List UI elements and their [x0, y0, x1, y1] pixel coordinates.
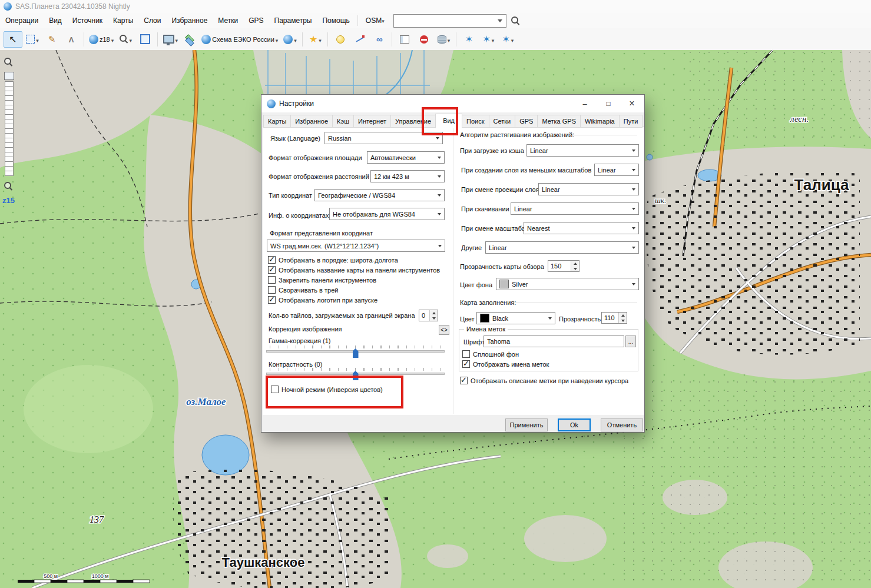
map-scheme-label: Схема ЕЭКО России — [212, 36, 274, 43]
tab-gps[interactable]: GPS — [515, 115, 538, 128]
coord-info-combobox[interactable]: Не отображать для WGS84 — [329, 208, 445, 220]
menu-item-help[interactable]: Помощь — [317, 13, 355, 28]
measure-tool-button[interactable] — [62, 31, 81, 48]
projection-resize-combobox[interactable]: Linear — [538, 183, 639, 195]
fill-opacity-spinner[interactable]: 110 — [601, 312, 627, 324]
fill-color-combobox[interactable]: Black — [476, 312, 555, 324]
tab-view[interactable]: Вид — [435, 114, 462, 128]
tab-grids[interactable]: Сетки — [489, 115, 516, 128]
image-correction-expand-button[interactable]: <> — [439, 325, 449, 335]
search-combobox[interactable] — [393, 14, 506, 28]
panels-button[interactable] — [395, 31, 414, 48]
tab-cache[interactable]: Кэш — [332, 115, 354, 128]
checkbox-minimize-tray[interactable]: Сворачивать в трей — [268, 286, 338, 294]
menu-item-maps[interactable]: Карты — [108, 13, 138, 28]
osm-dropdown[interactable]: OSM — [360, 13, 390, 28]
tab-maps[interactable]: Карты — [263, 115, 291, 128]
layer-resize-combobox[interactable]: Linear — [594, 164, 639, 176]
menu-item-layers[interactable]: Слои — [138, 13, 166, 28]
menu-item-operations[interactable]: Операции — [0, 13, 44, 28]
minimize-button[interactable] — [573, 95, 597, 112]
layers-globe-button[interactable] — [280, 31, 299, 48]
cache-resize-combobox[interactable]: Linear — [526, 144, 639, 157]
map-layers-button[interactable] — [180, 31, 199, 48]
zoom-level-label: z18 — [100, 36, 110, 43]
checkbox-map-name-toolbar[interactable]: Отображать название карты на панели инст… — [268, 266, 440, 274]
image-correction-label: Коррекция изображения — [269, 325, 342, 333]
gps-connect-button[interactable] — [459, 31, 478, 48]
search-icon[interactable] — [511, 16, 520, 25]
fullscreen-button[interactable] — [135, 31, 154, 48]
zoom-level-button[interactable]: z18 — [87, 31, 115, 48]
ruler-tool-button[interactable] — [42, 31, 61, 48]
distance-format-combobox[interactable]: 12 км 423 м — [370, 170, 445, 182]
cache-button[interactable] — [434, 31, 453, 48]
tab-wikimapia[interactable]: Wikimapia — [580, 115, 620, 128]
chevron-down-icon — [111, 34, 114, 45]
checkbox-show-mark-description[interactable]: Отображать описание метки при наведении … — [460, 377, 628, 384]
globe-icon — [283, 35, 293, 44]
overview-opacity-spinner[interactable]: 150 — [548, 260, 579, 272]
download-resize-combobox[interactable]: Linear — [511, 202, 639, 215]
gps-options-button[interactable] — [498, 31, 517, 48]
zoom-tool-button[interactable] — [116, 31, 135, 48]
apply-button[interactable]: Применить — [505, 418, 548, 431]
coord-type-combobox[interactable]: Географические / WGS84 — [314, 189, 445, 201]
dialog-title: Настройки — [279, 99, 314, 108]
checkbox-latlon-order[interactable]: Отображать в порядке: широта-долгота — [268, 256, 398, 264]
gps-track-button[interactable] — [479, 31, 498, 48]
link-button[interactable] — [370, 31, 389, 48]
other-resize-combobox[interactable]: Linear — [485, 241, 639, 254]
menu-item-marks[interactable]: Метки — [213, 13, 243, 28]
cursor-tool-button[interactable] — [4, 31, 22, 48]
close-button[interactable] — [620, 95, 644, 112]
menu-item-favorites[interactable]: Избранное — [166, 13, 213, 28]
tab-control[interactable]: Управление — [390, 115, 436, 128]
checkbox-solid-bg[interactable]: Сплошной фон — [462, 350, 519, 358]
bg-color-combobox[interactable]: Silver — [496, 278, 639, 290]
cancel-button[interactable]: Отменить — [601, 418, 643, 431]
view-mode-button[interactable] — [161, 31, 180, 48]
zoom-out-overlay-icon[interactable] — [4, 182, 13, 191]
scale-resize-combobox[interactable]: Nearest — [524, 222, 639, 234]
favorites-button[interactable] — [306, 31, 324, 48]
tab-search[interactable]: Поиск — [462, 115, 489, 128]
menu-item-gps[interactable]: GPS — [243, 13, 269, 28]
coord-format-label: Формат представления координат — [270, 230, 373, 237]
map-scheme-selector[interactable]: Схема ЕЭКО России — [200, 31, 280, 48]
other-resize-label: Другие — [461, 244, 482, 251]
ok-button[interactable]: Ok — [558, 418, 591, 431]
gamma-label: Гамма-коррекция (1) — [269, 337, 330, 344]
zoom-ruler[interactable] — [5, 81, 14, 176]
coord-format-combobox[interactable]: WS град.мин.сек. (W12°12'12.1234") — [267, 240, 445, 252]
menu-item-options[interactable]: Параметры — [269, 13, 317, 28]
menu-item-view[interactable]: Вид — [44, 13, 67, 28]
font-browse-button[interactable]: ... — [625, 335, 636, 347]
area-format-combobox[interactable]: Автоматически — [367, 151, 445, 164]
menu-item-source[interactable]: Источник — [67, 13, 108, 28]
tiles-spinner[interactable]: 0 — [419, 310, 438, 321]
tab-favorites[interactable]: Избранное — [290, 115, 333, 128]
maximize-button[interactable] — [597, 95, 620, 112]
disable-downloads-button[interactable] — [415, 31, 433, 48]
language-combobox[interactable]: Russian — [324, 132, 443, 144]
globe-icon — [201, 35, 211, 44]
placemark-button[interactable] — [331, 31, 350, 48]
gamma-slider[interactable] — [266, 346, 445, 361]
checkbox-night-mode[interactable]: Ночной режим (Инверсия цветов) — [271, 386, 383, 393]
link-icon — [376, 34, 383, 45]
checkbox-show-mark-names[interactable]: Отображать имена меток — [462, 360, 549, 368]
tab-internet[interactable]: Интернет — [353, 115, 391, 128]
checkbox-lock-toolbars[interactable]: Закрепить панели инструментов — [268, 276, 376, 284]
selection-tool-button[interactable] — [23, 31, 42, 48]
route-button[interactable] — [350, 31, 369, 48]
settlement-buildings — [173, 469, 389, 588]
tab-paths[interactable]: Пути — [619, 115, 643, 128]
zoom-in-overlay-icon[interactable] — [4, 58, 13, 67]
checkbox-show-logo[interactable]: Отображать логотип при запуске — [268, 296, 377, 304]
satellite-icon — [482, 34, 490, 45]
tab-gps-mark[interactable]: Метка GPS — [537, 115, 581, 128]
resize-group-label: Алгоритм растягивания изображений: — [460, 131, 574, 138]
font-input[interactable]: Tahoma — [483, 335, 624, 347]
contrast-slider[interactable] — [266, 368, 445, 383]
